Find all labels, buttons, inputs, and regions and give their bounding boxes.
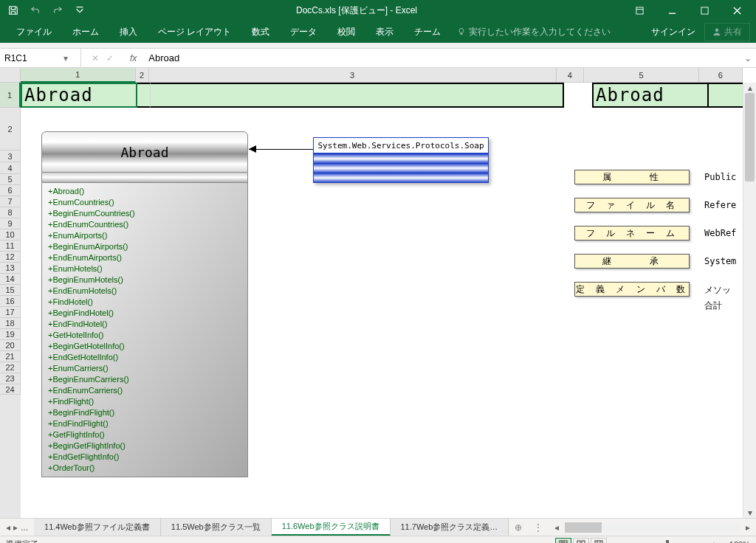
scroll-up-icon[interactable]: ▴ <box>743 83 756 93</box>
row-header[interactable]: 8 <box>0 207 21 218</box>
tab-ellipsis[interactable]: ... <box>21 522 28 533</box>
scroll-thumb[interactable] <box>745 93 755 181</box>
zoom-in-button[interactable]: + <box>709 540 719 544</box>
base-class-name: System.Web.Services.Protocols.Soap <box>313 137 489 153</box>
row-header[interactable]: 14 <box>0 274 21 285</box>
class-member: +FindFlight() <box>48 396 241 407</box>
sheet-tab[interactable]: 11.6Web参照クラス説明書 <box>272 519 391 536</box>
row-header[interactable]: 7 <box>0 196 21 207</box>
zoom-out-button[interactable]: − <box>616 540 626 544</box>
class-diagram: Abroad +Abroad()+EnumCountries()+BeginEn… <box>41 131 248 477</box>
zoom-level[interactable]: 100% <box>729 540 750 544</box>
new-sheet-button[interactable]: ⊕ <box>509 522 528 533</box>
formula-expand-icon[interactable]: ⌄ <box>740 53 756 63</box>
ribbon-display-icon[interactable] <box>623 0 656 21</box>
class-member: +EnumCarriers() <box>48 363 241 374</box>
cell-r1c3[interactable] <box>151 83 564 108</box>
row-header[interactable]: 1 <box>0 83 21 108</box>
row-header[interactable]: 2 <box>0 108 21 151</box>
row-header[interactable]: 22 <box>0 362 21 373</box>
class-member: +EndEnumHotels() <box>48 286 241 297</box>
hscroll-left-icon[interactable]: ◂ <box>551 522 562 533</box>
share-button[interactable]: 共有 <box>704 23 750 41</box>
hscroll-right-icon[interactable]: ▸ <box>743 522 753 533</box>
column-header[interactable]: 2 <box>136 68 149 83</box>
sheet-tab[interactable]: 11.5Web参照クラス一覧 <box>161 519 272 536</box>
row-header[interactable]: 23 <box>0 373 21 384</box>
tab-last-icon[interactable]: ▸ <box>13 522 18 533</box>
row-header[interactable]: 15 <box>0 285 21 296</box>
signin-button[interactable]: サインイン <box>642 26 704 38</box>
name-box-input[interactable] <box>4 53 63 63</box>
column-header[interactable]: 4 <box>557 68 584 83</box>
tell-me-search[interactable]: 実行したい作業を入力してください <box>457 26 611 38</box>
status-bar: 準備完了 − + 100% <box>0 536 756 543</box>
close-icon[interactable] <box>721 0 753 21</box>
row-header[interactable]: 6 <box>0 185 21 196</box>
tab-view[interactable]: 表示 <box>365 21 404 43</box>
class-member: +GetFlightInfo() <box>48 429 241 440</box>
tab-home[interactable]: ホーム <box>62 21 109 43</box>
redo-icon[interactable] <box>47 1 68 19</box>
tab-formulas[interactable]: 数式 <box>241 21 280 43</box>
column-header[interactable]: 5 <box>584 68 699 83</box>
maximize-icon[interactable] <box>688 0 721 21</box>
class-member: +BeginEnumCarriers() <box>48 374 241 385</box>
row-header[interactable]: 13 <box>0 263 21 274</box>
tab-data[interactable]: データ <box>280 21 327 43</box>
tab-review[interactable]: 校閲 <box>327 21 365 43</box>
class-member: +EndEnumCountries() <box>48 219 241 230</box>
cell-grid[interactable]: Abroad Abroad Abroad +Abroad()+EnumCount… <box>21 83 743 518</box>
row-header[interactable]: 5 <box>0 174 21 185</box>
normal-view-icon[interactable] <box>555 538 571 544</box>
row-header[interactable]: 4 <box>0 162 21 174</box>
page-layout-view-icon[interactable] <box>573 538 589 544</box>
enter-formula-icon[interactable]: ✓ <box>106 53 114 63</box>
horizontal-scrollbar[interactable]: ◂ ▸ <box>549 522 756 533</box>
tab-first-icon[interactable]: ◂ <box>6 522 10 533</box>
row-header[interactable]: 24 <box>0 384 21 395</box>
window-title: DocCs.xls [保護ビュー] - Excel <box>90 4 623 17</box>
hscroll-track[interactable] <box>565 522 740 533</box>
page-break-view-icon[interactable] <box>591 538 607 544</box>
tab-insert[interactable]: 挿入 <box>109 21 148 43</box>
row-header[interactable]: 9 <box>0 218 21 229</box>
fx-label[interactable]: fx <box>124 53 142 63</box>
row-header[interactable]: 10 <box>0 229 21 241</box>
minimize-icon[interactable] <box>656 0 688 21</box>
column-header[interactable]: 6 <box>699 68 743 83</box>
qat-customize-icon[interactable] <box>69 1 90 19</box>
tab-page-layout[interactable]: ページ レイアウト <box>148 21 241 43</box>
save-icon[interactable] <box>3 1 24 19</box>
cell-r1c2[interactable] <box>137 83 151 108</box>
cell-r1c6[interactable] <box>709 83 743 108</box>
row-header[interactable]: 17 <box>0 307 21 318</box>
row-header[interactable]: 20 <box>0 340 21 351</box>
row-header[interactable]: 12 <box>0 252 21 263</box>
tab-file[interactable]: ファイル <box>6 21 62 43</box>
cell-r1c1[interactable]: Abroad <box>21 83 137 108</box>
cancel-formula-icon[interactable]: ✕ <box>92 53 99 63</box>
tab-team[interactable]: チーム <box>404 21 451 43</box>
inheritance-arrow <box>249 149 314 150</box>
row-header[interactable]: 19 <box>0 329 21 340</box>
row-header[interactable]: 18 <box>0 318 21 329</box>
row-header[interactable]: 21 <box>0 351 21 362</box>
row-header[interactable]: 3 <box>0 151 21 162</box>
undo-icon[interactable] <box>25 1 46 19</box>
hscroll-thumb[interactable] <box>565 522 602 533</box>
scroll-down-icon[interactable]: ▾ <box>743 508 756 518</box>
column-header[interactable]: 1 <box>21 68 136 83</box>
sheet-tab[interactable]: 11.7Web参照クラス定義… <box>391 519 509 536</box>
row-header[interactable]: 16 <box>0 296 21 307</box>
select-all-corner[interactable] <box>0 68 21 83</box>
formula-input[interactable] <box>142 49 740 67</box>
column-header[interactable]: 3 <box>149 68 557 83</box>
zoom-thumb[interactable] <box>666 540 669 544</box>
row-header[interactable]: 11 <box>0 241 21 252</box>
name-box-dropdown-icon[interactable]: ▾ <box>63 53 68 63</box>
cell-r1c5[interactable]: Abroad <box>592 83 709 108</box>
name-box[interactable]: ▾ <box>0 49 81 67</box>
sheet-tab[interactable]: 11.4Web参照ファイル定義書 <box>34 519 161 536</box>
vertical-scrollbar[interactable]: ▴ ▾ <box>743 83 756 518</box>
